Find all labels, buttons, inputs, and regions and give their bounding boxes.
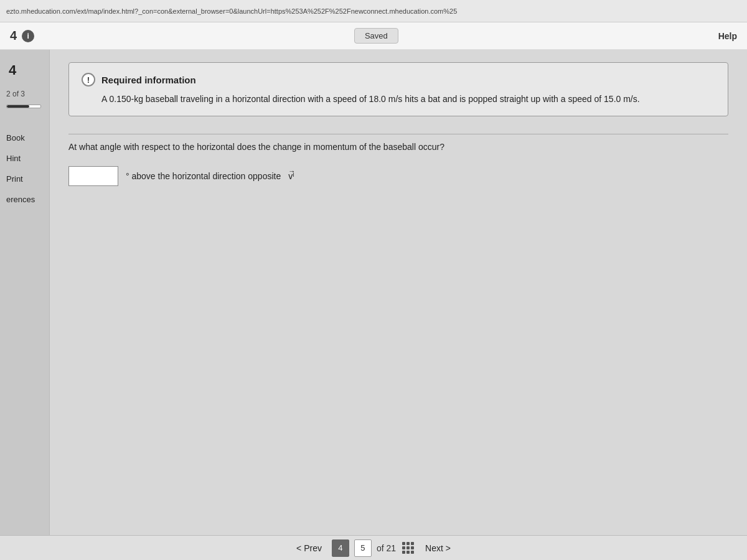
question-text: At what angle with respect to the horizo… xyxy=(68,141,728,154)
page-num-5[interactable]: 5 xyxy=(354,539,372,557)
info-icon[interactable]: i xyxy=(22,30,34,42)
grid-dot-7 xyxy=(402,551,405,554)
part-indicator: 4 xyxy=(0,62,49,85)
sidebar-item-hint[interactable]: Hint xyxy=(0,150,49,167)
grid-dot-3 xyxy=(411,542,414,545)
separator-line xyxy=(68,134,728,134)
sidebar-item-print[interactable]: Print xyxy=(0,170,49,187)
answer-row: ° above the horizontal direction opposit… xyxy=(68,166,728,186)
question-area: At what angle with respect to the horizo… xyxy=(68,141,728,186)
page-number-badge: 4 xyxy=(10,29,17,43)
grid-dot-8 xyxy=(406,551,410,554)
sidebar: 4 2 of 3 Book Hint Print erences xyxy=(0,50,50,535)
next-button[interactable]: Next > xyxy=(425,543,451,553)
grid-dot-9 xyxy=(411,551,414,554)
prev-button[interactable]: < Prev xyxy=(296,543,322,553)
answer-suffix: ° above the horizontal direction opposit… xyxy=(126,171,281,181)
main-layout: 4 2 of 3 Book Hint Print erences ! Requi… xyxy=(0,50,747,535)
page-indicator: 4 5 of 21 xyxy=(332,539,415,557)
app-header: 4 i Saved Help xyxy=(0,22,747,50)
required-info-text: A 0.150-kg baseball traveling in a horiz… xyxy=(82,93,715,106)
prev-label: < Prev xyxy=(296,543,322,553)
help-link[interactable]: Help xyxy=(718,31,737,41)
saved-badge: Saved xyxy=(354,28,398,44)
vector-symbol: vi → xyxy=(288,171,294,181)
required-info-title: Required information xyxy=(101,75,196,85)
progress-bar-container xyxy=(6,105,41,108)
total-pages: of 21 xyxy=(377,543,396,553)
header-left: 4 i xyxy=(10,29,34,43)
bottom-nav: < Prev 4 5 of 21 Next > xyxy=(0,535,747,560)
grid-icon[interactable] xyxy=(401,541,415,555)
grid-dot-5 xyxy=(406,546,410,549)
browser-bar: ezto.mheducation.com/ext/map/index.html?… xyxy=(0,0,747,22)
page-num-4[interactable]: 4 xyxy=(332,539,349,557)
required-info-box: ! Required information A 0.150-kg baseba… xyxy=(68,62,728,116)
required-info-header: ! Required information xyxy=(82,73,715,86)
sidebar-item-references[interactable]: erences xyxy=(0,191,49,208)
exclamation-icon: ! xyxy=(82,73,95,86)
sidebar-item-book[interactable]: Book xyxy=(0,129,49,146)
content-area: ! Required information A 0.150-kg baseba… xyxy=(50,50,747,535)
grid-dot-1 xyxy=(402,542,405,545)
grid-dot-2 xyxy=(406,542,410,545)
next-label: Next > xyxy=(425,543,451,553)
browser-url: ezto.mheducation.com/ext/map/index.html?… xyxy=(6,7,457,15)
grid-dot-6 xyxy=(411,546,414,549)
grid-dot-4 xyxy=(402,546,405,549)
progress-text: 2 of 3 xyxy=(0,88,49,100)
answer-input[interactable] xyxy=(68,166,118,186)
progress-bar-fill xyxy=(7,105,29,108)
